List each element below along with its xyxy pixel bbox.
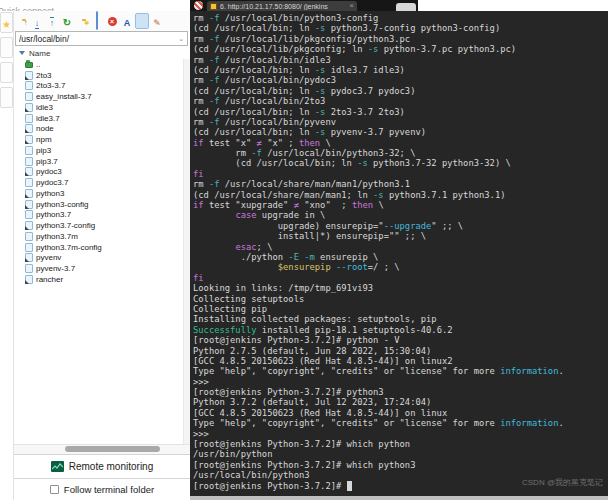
file-name: pip3 bbox=[36, 146, 51, 155]
terminal-line: Python 3.7.2 (default, Jul 12 2023, 17:2… bbox=[193, 397, 608, 407]
terminal-line: [GCC 4.8.5 20150623 (Red Hat 4.8.5-44)] … bbox=[193, 408, 608, 418]
sftp-panel: ↑↓↑↻∗×A✎ ⌄ Name ..2to32to3-3.7easy_insta… bbox=[14, 11, 190, 500]
file-icon bbox=[25, 210, 33, 219]
file-row[interactable]: pyvenv bbox=[25, 253, 190, 264]
delete-button[interactable]: × bbox=[105, 13, 119, 29]
go-up-folder-button[interactable]: ↑ bbox=[15, 13, 29, 29]
file-row[interactable]: python3 bbox=[25, 188, 190, 199]
terminal-line: [GCC 4.8.5 20150623 (Red Hat 4.8.5-44)] … bbox=[193, 356, 608, 366]
parent-folder-icon bbox=[25, 62, 33, 68]
terminal-line: (cd /usr/local/bin; ln -s python3.7-conf… bbox=[193, 23, 608, 33]
refresh-icon: ↻ bbox=[63, 12, 71, 30]
chevron-down-icon[interactable]: ⌄ bbox=[178, 35, 187, 43]
terminal-line: >>> bbox=[193, 429, 608, 439]
download-button[interactable]: ↓ bbox=[30, 13, 44, 29]
terminal-line: (cd /usr/local/bin; ln -s python3.7-32 p… bbox=[193, 158, 608, 168]
file-name: pyvenv-3.7 bbox=[36, 264, 75, 273]
close-icon[interactable]: × bbox=[349, 2, 354, 10]
terminal-line: install|*) ensurepip="" ;; \ bbox=[193, 231, 608, 241]
new-folder-button[interactable]: ∗ bbox=[75, 13, 89, 29]
new-tab-button[interactable] bbox=[396, 3, 416, 11]
symlink-file-icon bbox=[25, 135, 33, 144]
terminal-line: rm -f /usr/local/lib/pkgconfig/python3.p… bbox=[193, 34, 608, 44]
follow-terminal-checkbox[interactable] bbox=[50, 485, 59, 494]
horizontal-scrollbar[interactable] bbox=[14, 444, 190, 454]
file-row[interactable]: idle3 bbox=[25, 102, 190, 113]
file-name: python3 bbox=[36, 189, 64, 198]
previous-tab-icon[interactable] bbox=[194, 1, 203, 10]
file-row[interactable]: 2to3 bbox=[25, 70, 190, 81]
file-list: ..2to32to3-3.7easy_install-3.7idle3idle3… bbox=[14, 59, 190, 444]
session-icon bbox=[210, 3, 217, 10]
terminal-line: [root@jenkins Python-3.7.2]# which pytho… bbox=[193, 460, 608, 470]
column-header-name[interactable]: Name bbox=[14, 47, 190, 59]
file-row[interactable]: easy_install-3.7 bbox=[25, 91, 190, 102]
column-header-label: Name bbox=[29, 49, 50, 58]
file-name: 2to3 bbox=[36, 71, 52, 80]
terminal-output[interactable]: CSDN @我的黑克笔记 rm -f /usr/local/bin/python… bbox=[190, 11, 608, 496]
terminal-line: (cd /usr/local/share/man/man1; ln -s pyt… bbox=[193, 190, 608, 200]
symlink-file-icon bbox=[25, 253, 33, 262]
symlink-file-icon bbox=[25, 103, 33, 112]
follow-terminal-label: Follow terminal folder bbox=[64, 484, 154, 495]
path-input[interactable] bbox=[16, 33, 178, 45]
edit-pencil-button[interactable]: ✎ bbox=[150, 13, 164, 29]
sidebar-tab[interactable] bbox=[0, 37, 13, 58]
sidebar-tab[interactable] bbox=[0, 87, 13, 108]
terminal-cursor bbox=[347, 481, 352, 491]
file-name: python3.7 bbox=[36, 210, 71, 219]
sftp-sidebar: Quick connect... ★ ↑↓↑↻∗×A✎ ⌄ Name ..2to… bbox=[0, 0, 190, 500]
terminal-line: $ensurepip --root=/ ; \ bbox=[193, 262, 608, 272]
terminal-region: 6. http://10.21.17.50:8080/ (jenkins × C… bbox=[190, 0, 608, 500]
terminal-line: upgrade) ensurepip="--upgrade" ;; \ bbox=[193, 221, 608, 231]
file-row[interactable]: python3.7-config bbox=[25, 220, 190, 231]
terminal-line: rm -f /usr/local/bin/pyvenv bbox=[193, 117, 608, 127]
file-row[interactable]: python3.7m bbox=[25, 231, 190, 242]
file-row[interactable]: npm bbox=[25, 134, 190, 145]
file-list-scrollbar[interactable] bbox=[183, 59, 190, 444]
open-terminal-button[interactable] bbox=[165, 13, 179, 29]
terminal-line: ./python -E -m ensurepip \ bbox=[193, 252, 608, 262]
file-row[interactable]: .. bbox=[25, 59, 190, 70]
terminal-line: Collecting pip bbox=[193, 304, 608, 314]
path-bar: ⌄ bbox=[15, 31, 188, 46]
symlink-file-icon bbox=[25, 200, 33, 209]
file-name: node bbox=[36, 124, 54, 133]
refresh-button[interactable]: ↻ bbox=[60, 13, 74, 29]
file-row[interactable]: node bbox=[25, 124, 190, 135]
tab-bar: 6. http://10.21.17.50:8080/ (jenkins × bbox=[190, 0, 608, 11]
file-row[interactable]: pip3 bbox=[25, 145, 190, 156]
sidebar-tab[interactable] bbox=[0, 62, 13, 83]
sidebar-tab[interactable]: ★ bbox=[0, 12, 13, 33]
symlink-file-icon bbox=[25, 189, 33, 198]
symlink-file-icon bbox=[25, 167, 33, 176]
file-row[interactable]: python3.7 bbox=[25, 210, 190, 221]
terminal-line: fi bbox=[193, 273, 608, 283]
symlink-file-icon bbox=[25, 275, 33, 284]
terminal-line: rm -f /usr/local/bin/python3-32; \ bbox=[193, 148, 608, 158]
file-row[interactable]: python3.7m-config bbox=[25, 242, 190, 253]
file-row[interactable]: rancher bbox=[25, 274, 190, 285]
file-row[interactable]: idle3.7 bbox=[25, 113, 190, 124]
upload-button[interactable]: ↑ bbox=[45, 13, 59, 29]
rename-button[interactable]: A bbox=[120, 13, 134, 29]
terminal-line: rm -f /usr/local/bin/2to3 bbox=[193, 96, 608, 106]
delete-icon: × bbox=[108, 17, 117, 26]
new-file-icon bbox=[96, 12, 98, 30]
file-name: python3-config bbox=[36, 200, 88, 209]
scrollbar-thumb[interactable] bbox=[65, 446, 160, 452]
file-name: rancher bbox=[36, 275, 63, 284]
terminal-tab[interactable]: 6. http://10.21.17.50:8080/ (jenkins × bbox=[207, 1, 357, 11]
terminal-line: [root@jenkins Python-3.7.2]# python - V bbox=[193, 335, 608, 345]
file-row[interactable]: pydoc3.7 bbox=[25, 177, 190, 188]
file-row[interactable]: pip3.7 bbox=[25, 156, 190, 167]
file-row[interactable]: 2to3-3.7 bbox=[25, 81, 190, 92]
remote-monitoring-button[interactable]: Remote monitoring bbox=[14, 454, 190, 479]
file-row[interactable]: pydoc3 bbox=[25, 167, 190, 178]
sync-panel-button[interactable] bbox=[135, 13, 149, 29]
new-file-button[interactable] bbox=[90, 13, 104, 29]
terminal-line: (cd /usr/local/bin; ln -s pydoc3.7 pydoc… bbox=[193, 86, 608, 96]
file-row[interactable]: pyvenv-3.7 bbox=[25, 263, 190, 274]
file-row[interactable]: python3-config bbox=[25, 199, 190, 210]
terminal-line: rm -f /usr/local/bin/pydoc3 bbox=[193, 75, 608, 85]
